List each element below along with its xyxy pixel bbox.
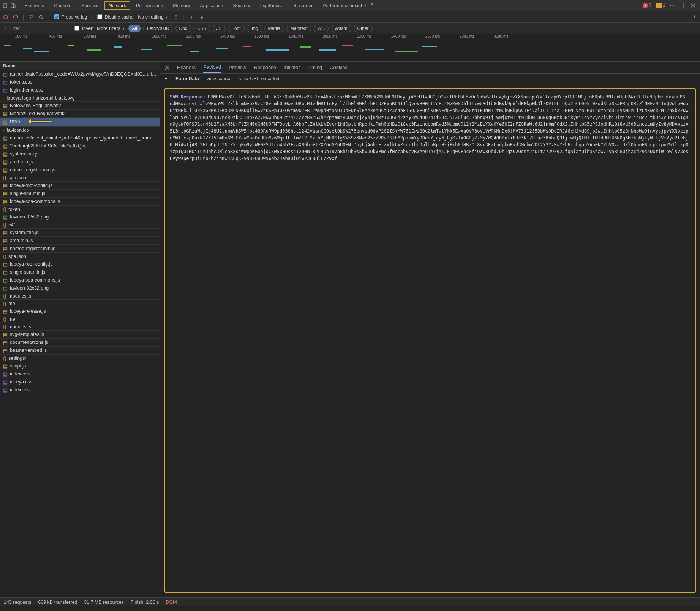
tab-preview[interactable]: Preview: [229, 62, 246, 73]
tab-elements[interactable]: Elements: [20, 1, 49, 11]
network-timeline[interactable]: 200 ms400 ms600 ms800 ms1000 ms1200 ms14…: [0, 34, 700, 62]
tab-performance[interactable]: Performance: [131, 1, 168, 11]
preserve-log-checkbox[interactable]: Preserve log: [54, 14, 87, 20]
request-row[interactable]: ▤login-theme.css: [0, 86, 160, 94]
request-row[interactable]: ▤authorize?client_id=iobeya-front&respon…: [0, 134, 160, 142]
request-row[interactable]: ·iobeya-logo-horizontal-black.svg: [0, 94, 160, 102]
pill-manifest[interactable]: Manifest: [286, 25, 311, 32]
settings-gear-icon[interactable]: [692, 14, 697, 20]
tab-timing[interactable]: Timing: [308, 62, 322, 73]
request-row[interactable]: {}token: [0, 206, 160, 213]
request-list[interactable]: ▤authenticate?session_code=WUx2pwMAgycfV…: [0, 70, 160, 597]
tab-perf-insights[interactable]: Performance insights: [318, 1, 379, 11]
tab-initiator[interactable]: Initiator: [284, 62, 300, 73]
pill-media[interactable]: Media: [264, 25, 284, 32]
request-row[interactable]: ▤iobeya-spa-commons.js: [0, 198, 160, 206]
upload-icon[interactable]: [189, 14, 194, 20]
tab-network[interactable]: Network: [104, 1, 131, 11]
pill-img[interactable]: Img: [247, 25, 262, 32]
tab-recorder[interactable]: Recorder: [289, 1, 317, 11]
request-row[interactable]: ▤amd.min.js: [0, 158, 160, 166]
column-header-name[interactable]: Name: [0, 62, 160, 70]
more-filters[interactable]: More filters▼: [97, 26, 125, 31]
request-row[interactable]: ▤documentations.js: [0, 339, 160, 347]
tab-cookies[interactable]: Cookies: [330, 62, 348, 73]
preserve-log-input[interactable]: [54, 14, 59, 19]
pill-fetch-xhr[interactable]: Fetch/XHR: [143, 25, 173, 32]
request-row[interactable]: ▤NotoSans-Regular.woff2: [0, 102, 160, 110]
request-row[interactable]: ▤index.css: [0, 386, 160, 394]
tab-headers[interactable]: Headers: [177, 62, 196, 73]
request-row[interactable]: ▤iobeya.css: [0, 378, 160, 386]
tab-sources[interactable]: Sources: [77, 1, 103, 11]
download-icon[interactable]: [199, 14, 204, 20]
request-row[interactable]: ▤favicon-32x32.png: [0, 284, 160, 292]
request-row[interactable]: ▤iobeya-root-config.js: [0, 260, 160, 268]
request-row[interactable]: {}me: [0, 300, 160, 307]
clear-icon[interactable]: [13, 14, 18, 20]
warning-indicator[interactable]: !1: [656, 3, 665, 8]
filter-input[interactable]: ▾ Filter: [3, 25, 71, 32]
tab-application[interactable]: Application: [195, 1, 228, 11]
tab-console[interactable]: Console: [49, 1, 76, 11]
request-row[interactable]: ▤iobeya-root-config.js: [0, 182, 160, 190]
filter-icon[interactable]: [28, 14, 34, 20]
request-row[interactable]: ▤index.css: [0, 370, 160, 378]
request-row[interactable]: ▤SSO: [0, 118, 160, 127]
request-row[interactable]: {}spa.json: [0, 174, 160, 182]
device-toolbar-icon[interactable]: [10, 3, 16, 8]
request-row[interactable]: ▤iobeya-spa-commons.js: [0, 276, 160, 284]
error-indicator[interactable]: ✕5: [643, 3, 652, 8]
request-row[interactable]: ▤MarkaziText-Regular.woff2: [0, 110, 160, 118]
tab-payload[interactable]: Payload: [203, 62, 221, 73]
request-row[interactable]: ▤named-register.min.js: [0, 245, 160, 253]
request-row[interactable]: ▤named-register.min.js: [0, 166, 160, 174]
request-row[interactable]: ▤script.js: [0, 362, 160, 370]
request-row[interactable]: ▤favicon-32x32.png: [0, 213, 160, 221]
throttling-select[interactable]: No throttling▼: [138, 14, 168, 20]
view-source-link[interactable]: view source: [207, 76, 232, 81]
search-icon[interactable]: [38, 14, 44, 20]
request-row[interactable]: ▤iobeya-release.js: [0, 307, 160, 315]
request-row[interactable]: {}me: [0, 315, 160, 323]
pill-ws[interactable]: WS: [314, 25, 329, 32]
request-row[interactable]: ▤tokens.css: [0, 78, 160, 86]
request-row[interactable]: ▤single-spa.min.js: [0, 190, 160, 198]
pill-wasm[interactable]: Wasm: [331, 25, 351, 32]
request-row[interactable]: ·favicon.ico: [0, 127, 160, 134]
request-row[interactable]: ▤beamer-embed.js: [0, 347, 160, 355]
tab-lighthouse[interactable]: Lighthouse: [256, 1, 288, 11]
request-row[interactable]: ▤authenticate?session_code=WUx2pwMAgycfV…: [0, 70, 160, 78]
inspect-icon[interactable]: [2, 3, 8, 8]
kebab-icon[interactable]: [680, 3, 686, 8]
close-detail-icon[interactable]: [165, 65, 169, 70]
record-icon[interactable]: [3, 14, 8, 20]
disable-cache-checkbox[interactable]: Disable cache: [97, 14, 133, 20]
request-row[interactable]: ▤svg-templates.js: [0, 331, 160, 339]
request-row[interactable]: {}spa.json: [0, 253, 160, 260]
gear-icon[interactable]: [670, 3, 676, 8]
request-row[interactable]: {}v4/: [0, 221, 160, 229]
request-row[interactable]: ▤amd.min.js: [0, 237, 160, 245]
pill-doc[interactable]: Doc: [175, 25, 191, 32]
request-row[interactable]: {}settings/: [0, 355, 160, 362]
request-row[interactable]: ▤system.min.js: [0, 150, 160, 158]
disable-cache-input[interactable]: [97, 14, 102, 19]
wifi-icon[interactable]: [173, 14, 179, 20]
request-row[interactable]: {}modules.js: [0, 323, 160, 331]
request-row[interactable]: ▤single-spa.min.js: [0, 268, 160, 276]
invert-checkbox[interactable]: Invert: [74, 26, 94, 31]
tab-memory[interactable]: Memory: [168, 1, 194, 11]
pill-js[interactable]: JS: [213, 25, 226, 32]
request-row[interactable]: {}modules.js: [0, 292, 160, 300]
pill-font[interactable]: Font: [228, 25, 245, 32]
tab-response[interactable]: Response: [254, 62, 276, 73]
request-row[interactable]: ▤system.min.js: [0, 229, 160, 237]
pill-css[interactable]: CSS: [193, 25, 210, 32]
collapse-icon[interactable]: ▼: [164, 77, 168, 81]
close-icon[interactable]: [691, 3, 695, 8]
request-row[interactable]: ▤?code=qk2LKHhhSr0vPskZVJI7Qw: [0, 142, 160, 150]
pill-all[interactable]: All: [128, 25, 141, 32]
invert-input[interactable]: [74, 26, 79, 31]
pill-other[interactable]: Other: [354, 25, 373, 32]
